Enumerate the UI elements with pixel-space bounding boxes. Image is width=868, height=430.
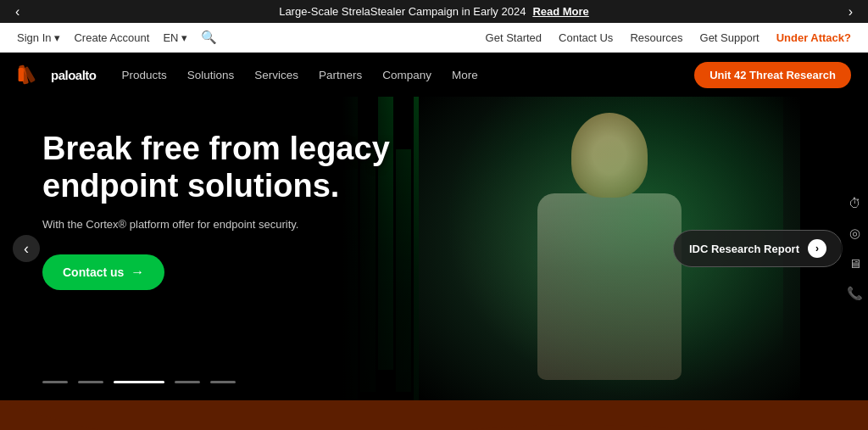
chevron-right-icon: › [808,239,826,258]
hero-section: ‹ Break free from legacy endpoint soluti… [0,97,868,400]
announcement-bar: ‹ Large-Scale StrelaStealer Campaign in … [0,0,868,23]
read-more-link[interactable]: Read More [532,5,588,18]
announcement-prev-button[interactable]: ‹ [8,1,26,23]
person-figure [525,113,694,384]
logo-text: paloalto [51,68,97,82]
slide-indicator-3[interactable] [114,381,164,383]
language-selector[interactable]: EN ▾ [163,31,187,44]
slide-indicator-1[interactable] [42,381,68,383]
chevron-down-icon: ▾ [181,31,187,44]
arrow-icon: → [131,265,144,280]
slide-indicator-4[interactable] [175,381,200,383]
nav-solutions[interactable]: Solutions [187,69,235,81]
primary-nav: paloalto Products Solutions Services Par… [0,53,868,97]
create-account-link[interactable]: Create Account [74,31,149,44]
secondary-nav-right: Get Started Contact Us Resources Get Sup… [486,31,851,44]
secondary-nav-left: Sign In ▾ Create Account EN ▾ 🔍 [17,30,217,45]
hero-subtitle: With the Cortex® platform offer for endp… [42,218,466,231]
get-started-link[interactable]: Get Started [486,31,542,44]
unit42-button[interactable]: Unit 42 Threat Research [694,62,851,88]
circle-icon[interactable]: ◎ [849,226,860,241]
contact-us-link[interactable]: Contact Us [559,31,613,44]
bottom-area: 💬 [0,400,868,430]
contact-us-button[interactable]: Contact us → [42,254,164,290]
monitor-icon[interactable]: 🖥 [849,256,861,271]
nav-company[interactable]: Company [382,69,431,81]
nav-partners[interactable]: Partners [319,69,362,81]
secondary-nav: Sign In ▾ Create Account EN ▾ 🔍 Get Star… [0,23,868,53]
idc-research-report-button[interactable]: IDC Research Report › [673,230,843,267]
nav-products[interactable]: Products [122,69,167,81]
hero-prev-button[interactable]: ‹ [13,235,40,262]
phone-icon[interactable]: 📞 [847,286,863,301]
chevron-down-icon: ▾ [54,31,60,44]
wave-svg [0,400,868,430]
search-icon[interactable]: 🔍 [201,30,217,45]
person-head [571,113,648,198]
hero-title: Break free from legacy endpoint solution… [42,131,466,204]
slide-indicator-5[interactable] [210,381,236,383]
clock-icon[interactable]: ⏱ [849,196,861,210]
resources-link[interactable]: Resources [630,31,682,44]
sidebar-icons: ⏱ ◎ 🖥 📞 [841,97,868,400]
nav-more[interactable]: More [452,69,478,81]
get-support-link[interactable]: Get Support [700,31,760,44]
slide-indicator-2[interactable] [78,381,103,383]
logo[interactable]: paloalto [17,61,97,88]
slide-indicators [42,381,236,383]
announcement-next-button[interactable]: › [842,1,860,23]
hero-content: Break free from legacy endpoint solution… [42,131,466,290]
nav-services[interactable]: Services [254,69,298,81]
sign-in-button[interactable]: Sign In ▾ [17,31,60,44]
person-body [537,193,682,380]
primary-nav-links: Products Solutions Services Partners Com… [122,69,695,81]
announcement-text: Large-Scale StrelaStealer Campaign in Ea… [279,5,526,18]
under-attack-link[interactable]: Under Attack? [776,31,851,44]
logo-icon [17,61,44,88]
